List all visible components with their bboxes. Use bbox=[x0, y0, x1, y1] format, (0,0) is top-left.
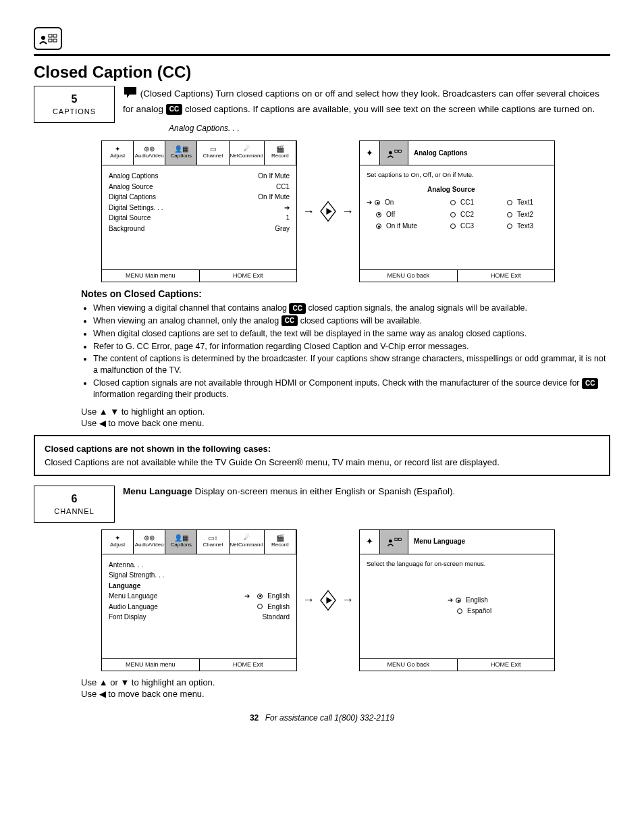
radio-icon bbox=[507, 200, 512, 205]
radio-icon bbox=[450, 200, 456, 205]
analog-captions-screen: ✦ Analog Captions Set captions to On, Of… bbox=[359, 140, 555, 282]
svg-rect-9 bbox=[394, 538, 397, 540]
step-label: CAPTIONS bbox=[44, 107, 105, 117]
sub-captions-icon bbox=[380, 530, 408, 554]
cc-badge-inline: CC bbox=[582, 378, 598, 389]
arrow-right-icon: → bbox=[302, 203, 315, 219]
svg-point-8 bbox=[389, 540, 392, 543]
tab-captions: 👤▦Captions bbox=[165, 141, 197, 165]
cc-not-shown-box: Closed captions are not shown in the fol… bbox=[34, 435, 610, 476]
step-label: CHANNEL bbox=[44, 506, 105, 517]
page-footer: 32 For assistance call 1(800) 332-2119 bbox=[34, 712, 610, 723]
channel-main-screen: ✦Adjust ⊚⊚Audio/Video 👤▦Captions ▭↕Chann… bbox=[101, 529, 297, 671]
sub-adjust-icon: ✦ bbox=[360, 141, 380, 165]
tab-adjust: ✦Adjust bbox=[102, 141, 134, 165]
pointer-icon: ➔ bbox=[244, 592, 250, 601]
svg-point-5 bbox=[389, 151, 392, 154]
pointer-icon: ➔ bbox=[448, 596, 453, 605]
svg-rect-7 bbox=[398, 150, 401, 152]
tab-netcommand: ☄NetCommand bbox=[230, 530, 265, 554]
tab-record: 🎬Record bbox=[265, 141, 296, 165]
screen-foot-left: MENU Go back bbox=[360, 270, 458, 282]
cc-badge-inline: CC bbox=[281, 315, 298, 326]
tab-channel: ▭Channel bbox=[197, 141, 229, 165]
radio-icon bbox=[257, 604, 263, 609]
step5-nav-note: Use ▲ ▼ to highlight an option. Use ◀ to… bbox=[81, 406, 610, 429]
radio-on-icon bbox=[375, 200, 380, 205]
step-6-box: 6 CHANNEL bbox=[34, 486, 115, 522]
dpad-right-icon bbox=[317, 200, 340, 223]
radio-icon bbox=[450, 212, 456, 217]
radio-icon bbox=[457, 608, 462, 614]
radio-on-icon bbox=[376, 212, 381, 217]
analog-source-label: Analog Source bbox=[427, 185, 547, 194]
radio-icon bbox=[450, 224, 456, 229]
tab-adjust: ✦Adjust bbox=[102, 530, 134, 554]
radio-icon bbox=[507, 212, 512, 217]
pointer-icon: ➔ bbox=[367, 198, 372, 207]
svg-rect-6 bbox=[394, 150, 397, 152]
tab-record: 🎬Record bbox=[265, 530, 296, 554]
cc-badge-inline: CC bbox=[289, 303, 305, 314]
radio-on-icon bbox=[456, 598, 461, 603]
screen-foot-left: MENU Main menu bbox=[102, 659, 200, 671]
screen-foot-right: HOME Exit bbox=[200, 659, 297, 671]
sub-captions-icon bbox=[380, 141, 408, 165]
info-box-text: Closed Captions are not available while … bbox=[45, 457, 599, 469]
tab-audiovideo: ⊚⊚Audio/Video bbox=[134, 530, 165, 554]
captions-main-screen: ✦Adjust ⊚⊚Audio/Video 👤▦Captions ▭Channe… bbox=[101, 140, 297, 282]
page-header-icon bbox=[34, 27, 62, 50]
step-5-suffix: closed captions. If captions are availab… bbox=[185, 104, 595, 114]
svg-rect-10 bbox=[398, 538, 401, 540]
step6-nav-note: Use ▲ or ▼ to highlight an option. Use ◀… bbox=[81, 677, 610, 700]
sub-header-label: Menu Language bbox=[408, 530, 554, 554]
tab-captions: 👤▦Captions bbox=[165, 530, 197, 554]
cc-badge-inline-1: CC bbox=[166, 104, 182, 115]
menu-language-screen: ✦ Menu Language Select the language for … bbox=[359, 529, 555, 671]
tab-audiovideo: ⊚⊚Audio/Video bbox=[134, 141, 165, 165]
screen-foot-right: HOME Exit bbox=[200, 270, 297, 282]
radio-icon bbox=[507, 224, 512, 229]
step-number: 5 bbox=[44, 92, 105, 107]
sub-adjust-icon: ✦ bbox=[360, 530, 380, 554]
menu-language-text: Display on-screen menus in either Englis… bbox=[195, 486, 456, 496]
analog-captions-sub: Analog Captions. . . bbox=[169, 123, 610, 134]
page-footer-credit: For assistance call 1(800) 332-2119 bbox=[265, 713, 394, 723]
speech-bubble-icon bbox=[123, 86, 138, 103]
arrow-right-icon: → bbox=[342, 592, 354, 608]
step-number: 6 bbox=[44, 492, 105, 506]
tab-channel: ▭↕Channel bbox=[197, 530, 229, 554]
captions-screen-body: Analog CaptionsOn If Mute Analog SourceC… bbox=[102, 165, 296, 269]
radio-on-icon bbox=[376, 224, 381, 229]
screen-foot-right: HOME Exit bbox=[458, 659, 555, 671]
radio-on-icon bbox=[257, 594, 263, 599]
page-number: 32 bbox=[250, 713, 259, 723]
menu-language-label: Menu Language bbox=[123, 486, 192, 496]
svg-rect-4 bbox=[53, 39, 57, 42]
dpad-right-icon bbox=[317, 589, 340, 612]
svg-rect-2 bbox=[53, 34, 57, 37]
notes-list: When viewing a digital channel that cont… bbox=[81, 303, 610, 400]
svg-rect-3 bbox=[49, 39, 52, 42]
nav-arrows: → → bbox=[302, 200, 354, 223]
screen-foot-right: HOME Exit bbox=[458, 270, 555, 282]
analog-prompt: Set captions to On, Off, or On if Mute. bbox=[367, 171, 547, 180]
right-arrow-icon: ➔ bbox=[284, 203, 290, 213]
info-box-heading: Closed captions are not shown in the fol… bbox=[45, 443, 599, 455]
screen-foot-left: MENU Go back bbox=[360, 659, 458, 671]
svg-rect-1 bbox=[49, 34, 52, 37]
section-title: Closed Caption (CC) bbox=[34, 61, 610, 83]
nav-arrows: → → bbox=[302, 589, 354, 612]
arrow-right-icon: → bbox=[302, 592, 315, 608]
menu-lang-prompt: Select the language for on-screen menus. bbox=[367, 560, 547, 569]
screen-foot-left: MENU Main menu bbox=[102, 270, 200, 282]
step-5-text: (Closed Captions) Turn closed captions o… bbox=[123, 86, 610, 115]
arrow-right-icon: → bbox=[342, 203, 354, 219]
sub-header-label: Analog Captions bbox=[408, 141, 554, 165]
tab-netcommand: ☄NetCommand bbox=[230, 141, 265, 165]
analog-options-grid: ➔On CC1 Text1 Off CC2 Text2 On if Mute C… bbox=[367, 198, 547, 231]
step-6-text: Menu Language Display on-screen menus in… bbox=[123, 486, 610, 498]
step-5-box: 5 CAPTIONS bbox=[34, 86, 115, 122]
notes-heading: Notes on Closed Captions: bbox=[81, 288, 610, 301]
svg-point-0 bbox=[41, 36, 45, 40]
